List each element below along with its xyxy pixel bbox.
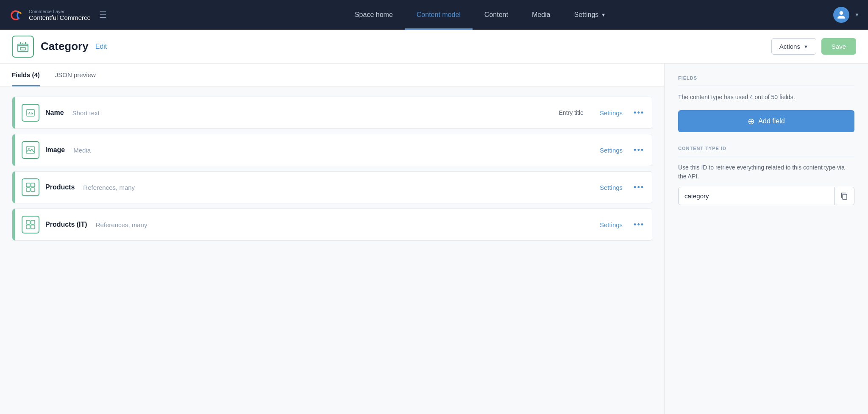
table-row: Image Media Settings ••• (12, 134, 652, 166)
field-settings-link[interactable]: Settings (600, 109, 623, 117)
field-indicator (12, 209, 15, 240)
field-type-label: References, many (96, 221, 147, 228)
svg-text:Ab: Ab (28, 111, 33, 115)
svg-rect-8 (31, 183, 35, 187)
field-type-icon (22, 141, 39, 159)
svg-rect-11 (26, 220, 30, 224)
nav-item-media[interactable]: Media (520, 0, 562, 30)
field-indicator (12, 134, 15, 166)
content-type-id-input-row (678, 187, 854, 205)
main-layout: Fields (4) JSON preview Ab Name Short te… (0, 64, 868, 414)
field-indicator (12, 172, 15, 203)
copy-id-button[interactable] (834, 187, 854, 205)
field-type-icon (22, 216, 39, 233)
nav-item-content[interactable]: Content (473, 0, 520, 30)
field-type-icon (22, 178, 39, 196)
field-name: Name (45, 109, 64, 117)
box-icon (16, 40, 30, 53)
svg-point-6 (28, 148, 30, 149)
table-row: Products (IT) References, many Settings … (12, 208, 652, 241)
subheader-left: Category Edit (12, 36, 771, 58)
subheader-actions: Actions ▼ Save (771, 38, 856, 55)
field-more-button[interactable]: ••• (634, 183, 644, 192)
nav-item-content-model[interactable]: Content model (405, 0, 473, 30)
table-row: Products References, many Settings ••• (12, 171, 652, 203)
nav-right: ▼ (833, 7, 860, 23)
brand-logo-icon (8, 7, 24, 22)
field-settings-link[interactable]: Settings (600, 147, 623, 154)
hamburger-icon[interactable]: ☰ (99, 10, 107, 20)
field-type-label: References, many (83, 184, 135, 191)
brand-space: Contentful Commerce (29, 14, 91, 21)
fields-desc: The content type has used 4 out of 50 fi… (678, 93, 854, 102)
plus-icon: ⊕ (748, 116, 755, 126)
references-field-icon (25, 182, 36, 192)
settings-label: Settings ▼ (574, 11, 606, 19)
content-type-id-input[interactable] (679, 187, 834, 205)
nav-item-space-home[interactable]: Space home (343, 0, 405, 30)
brand-text: Commerce Layer Contentful Commerce (29, 9, 91, 21)
field-settings-link[interactable]: Settings (600, 221, 623, 228)
content-type-id-desc: Use this ID to retrieve everything relat… (678, 163, 854, 181)
table-row: Ab Name Short text Entry title Settings … (12, 97, 652, 129)
nav-item-settings[interactable]: Settings ▼ (562, 0, 618, 30)
tab-json-preview[interactable]: JSON preview (55, 64, 96, 86)
field-type-label: Short text (72, 109, 100, 117)
field-name: Image (45, 146, 65, 154)
field-more-button[interactable]: ••• (634, 108, 644, 117)
content-type-id-title: CONTENT TYPE ID (678, 146, 854, 151)
subheader: Category Edit Actions ▼ Save (0, 30, 868, 64)
avatar-chevron-icon[interactable]: ▼ (854, 12, 860, 18)
content-type-icon (12, 36, 34, 58)
field-indicator (12, 97, 15, 128)
left-panel: Fields (4) JSON preview Ab Name Short te… (0, 64, 665, 414)
avatar[interactable] (833, 7, 849, 23)
user-icon (837, 10, 846, 19)
right-panel: FIELDS The content type has used 4 out o… (665, 64, 868, 414)
svg-rect-7 (26, 183, 30, 187)
nav-items: Space home Content model Content Media S… (127, 0, 833, 30)
add-field-button[interactable]: ⊕ Add field (678, 110, 854, 132)
fields-list: Ab Name Short text Entry title Settings … (0, 86, 664, 251)
image-field-icon (25, 145, 36, 155)
tabs: Fields (4) JSON preview (0, 64, 664, 86)
content-type-id-section: CONTENT TYPE ID Use this ID to retrieve … (678, 146, 854, 205)
page-title: Category (41, 40, 89, 53)
field-more-button[interactable]: ••• (634, 220, 644, 229)
field-more-button[interactable]: ••• (634, 146, 644, 155)
tab-fields[interactable]: Fields (4) (12, 64, 40, 86)
top-nav: Commerce Layer Contentful Commerce ☰ Spa… (0, 0, 868, 30)
field-name: Products (45, 183, 75, 191)
brand-company: Commerce Layer (29, 9, 91, 14)
field-type-label: Media (73, 147, 91, 154)
svg-rect-14 (31, 225, 35, 229)
svg-rect-10 (31, 188, 35, 192)
fields-section-title: FIELDS (678, 75, 854, 81)
copy-icon (840, 192, 848, 200)
svg-rect-12 (31, 220, 35, 224)
field-badge: Entry title (559, 109, 584, 116)
text-field-icon: Ab (25, 108, 36, 118)
svg-rect-5 (27, 146, 34, 154)
references-field-icon (25, 220, 36, 230)
brand-area: Commerce Layer Contentful Commerce ☰ (8, 7, 127, 22)
svg-rect-1 (18, 44, 28, 52)
field-settings-link[interactable]: Settings (600, 184, 623, 191)
actions-button[interactable]: Actions ▼ (771, 38, 816, 55)
panel-divider (678, 86, 854, 86)
field-type-icon: Ab (22, 104, 39, 122)
panel-divider-2 (678, 156, 854, 156)
svg-rect-2 (20, 47, 25, 50)
field-name: Products (IT) (45, 221, 87, 228)
svg-rect-13 (26, 225, 30, 229)
edit-link[interactable]: Edit (95, 43, 107, 50)
save-button[interactable]: Save (821, 38, 856, 55)
svg-rect-9 (26, 188, 30, 192)
